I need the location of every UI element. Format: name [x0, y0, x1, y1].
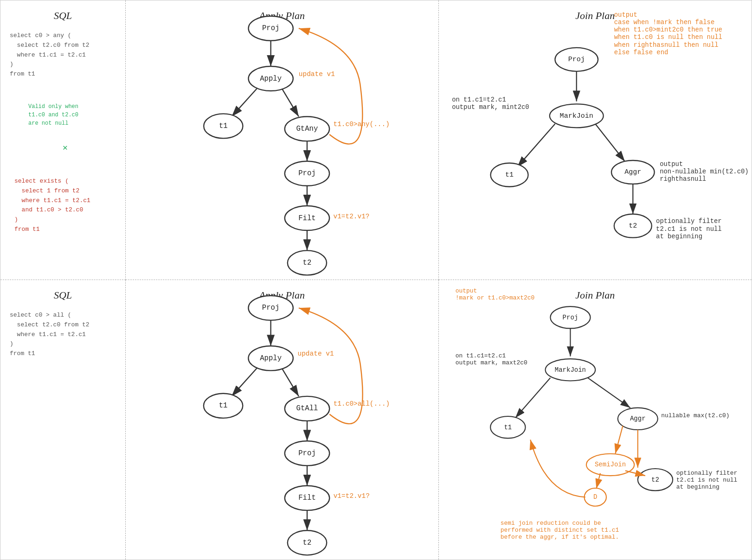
svg-line-8 [231, 89, 257, 116]
x-marker: ✕ [63, 142, 68, 153]
join-plan-top-svg: output case when !mark then false when t… [439, 0, 752, 280]
svg-text:righthasnull: righthasnull [660, 175, 706, 183]
svg-text:nullable max(t2.c0): nullable max(t2.c0) [661, 412, 729, 419]
svg-text:when t1.c0>mint2c0 then true: when t1.c0>mint2c0 then true [614, 26, 722, 33]
svg-text:when t1.c0 is null then null: when t1.c0 is null then null [614, 33, 722, 41]
top-middle-cell: Apply Plan Proj Apply update v1 [126, 0, 439, 280]
svg-text:Proj: Proj [568, 55, 585, 64]
svg-text:semi join reduction could be: semi join reduction could be [500, 520, 601, 527]
svg-text:Proj: Proj [262, 24, 280, 32]
sql-query-3: select c0 > all ( select t2.c0 from t2 w… [10, 311, 116, 359]
svg-text:on t1.c1=t2.c1: on t1.c1=t2.c1 [455, 352, 506, 359]
svg-line-40 [595, 124, 625, 161]
top-right-cell: Join Plan output case when !mark then fa… [439, 0, 752, 280]
svg-text:output: output [660, 160, 683, 168]
svg-text:Apply: Apply [260, 354, 282, 363]
svg-line-104 [615, 426, 623, 453]
svg-line-11 [282, 89, 299, 116]
svg-text:update v1: update v1 [298, 350, 334, 357]
svg-text:case when !mark then false: case when !mark then false [614, 19, 714, 26]
svg-text:output mark, maxt2c0: output mark, maxt2c0 [455, 359, 527, 366]
svg-line-63 [282, 369, 299, 396]
svg-text:output: output [614, 11, 637, 19]
validity-annotation: Valid only whent1.c0 and t2.c0are not nu… [28, 102, 78, 129]
svg-text:performed with distinct set t1: performed with distinct set t1.c1 [500, 527, 619, 534]
svg-text:GtAny: GtAny [296, 125, 318, 133]
svg-text:Apply: Apply [260, 75, 282, 83]
svg-text:Filt: Filt [298, 214, 316, 223]
bottom-left-sql-container: select c0 > all ( select t2.c0 from t2 w… [10, 311, 116, 359]
svg-text:non-nullable min(t2.c0): non-nullable min(t2.c0) [660, 168, 749, 175]
bottom-middle-cell: Apply Plan Proj Apply update v1 [126, 280, 439, 560]
svg-text:D: D [593, 493, 597, 501]
svg-text:t2: t2 [629, 222, 637, 230]
svg-text:!mark or t1.c0>maxt2c0: !mark or t1.c0>maxt2c0 [455, 294, 534, 301]
svg-text:Proj: Proj [262, 304, 280, 312]
svg-text:t1: t1 [505, 171, 513, 179]
svg-text:at beginning: at beginning [656, 233, 702, 240]
svg-text:at beginning: at beginning [676, 484, 719, 490]
svg-text:t2.c1 is not null: t2.c1 is not null [676, 477, 737, 484]
bottom-left-title: SQL [10, 289, 116, 301]
top-left-cell: SQL select c0 > any ( select t2.c0 from … [0, 0, 126, 280]
svg-line-37 [517, 124, 555, 167]
svg-line-60 [231, 369, 257, 396]
apply-plan-top-svg: Proj Apply update v1 t1 GtAny t1.c0>any(… [126, 0, 438, 280]
bottom-left-cell: SQL select c0 > all ( select t2.c0 from … [0, 280, 126, 560]
svg-text:GtAll: GtAll [296, 404, 318, 413]
sql-query-2-container: select exists ( select 1 from t2 where t… [14, 177, 90, 235]
top-left-sql: select c0 > any ( select t2.c0 from t2 w… [10, 31, 116, 79]
svg-text:optionally filter: optionally filter [656, 217, 722, 225]
sql-query-1: select c0 > any ( select t2.c0 from t2 w… [10, 31, 116, 79]
svg-text:else false end: else false end [614, 49, 668, 56]
svg-text:Filt: Filt [298, 494, 316, 502]
main-grid: SQL select c0 > any ( select t2.c0 from … [0, 0, 752, 560]
apply-plan-bottom-svg: Proj Apply update v1 t1 GtAll t1.c0>all(… [126, 280, 438, 560]
svg-text:t1: t1 [504, 424, 512, 431]
svg-text:t1: t1 [219, 401, 228, 410]
top-left-title: SQL [10, 10, 116, 22]
svg-text:t2: t2 [303, 539, 312, 547]
svg-text:t2: t2 [651, 476, 659, 484]
svg-text:MarkJoin: MarkJoin [554, 366, 585, 374]
svg-text:t2.c1 is not null: t2.c1 is not null [656, 225, 722, 233]
svg-line-88 [515, 378, 550, 418]
svg-text:t1: t1 [219, 122, 228, 130]
svg-text:Aggr: Aggr [630, 415, 645, 422]
svg-text:optionally filter: optionally filter [676, 470, 737, 477]
sql-query-2: select exists ( select 1 from t2 where t… [14, 177, 90, 235]
svg-text:SemiJoin: SemiJoin [594, 461, 625, 468]
update-v1-label: update v1 [299, 70, 335, 78]
svg-text:v1=t2.v1?: v1=t2.v1? [334, 492, 370, 500]
svg-text:output: output [455, 287, 476, 294]
svg-text:MarkJoin: MarkJoin [559, 112, 593, 120]
svg-text:Aggr: Aggr [624, 168, 641, 176]
bottom-right-cell: Join Plan output !mark or t1.c0>maxt2c0 … [439, 280, 752, 560]
join-plan-bottom-svg: output !mark or t1.c0>maxt2c0 Proj on t1… [439, 280, 752, 560]
v1-label: v1=t2.v1? [334, 213, 370, 220]
svg-text:before the aggr, if it's optim: before the aggr, if it's optimal. [500, 534, 619, 541]
svg-text:Proj: Proj [298, 449, 316, 458]
svg-text:t2: t2 [303, 259, 312, 267]
svg-text:on t1.c1=t2.c1: on t1.c1=t2.c1 [452, 96, 506, 103]
svg-text:when righthasnull then null: when righthasnull then null [614, 41, 718, 49]
svg-text:Proj: Proj [562, 314, 578, 321]
svg-text:output mark, mint2c0: output mark, mint2c0 [452, 103, 529, 111]
svg-line-103 [596, 473, 600, 489]
validity-note: Valid only whent1.c0 and t2.c0are not nu… [28, 102, 78, 127]
svg-line-91 [588, 378, 630, 408]
svg-text:Proj: Proj [298, 169, 316, 178]
